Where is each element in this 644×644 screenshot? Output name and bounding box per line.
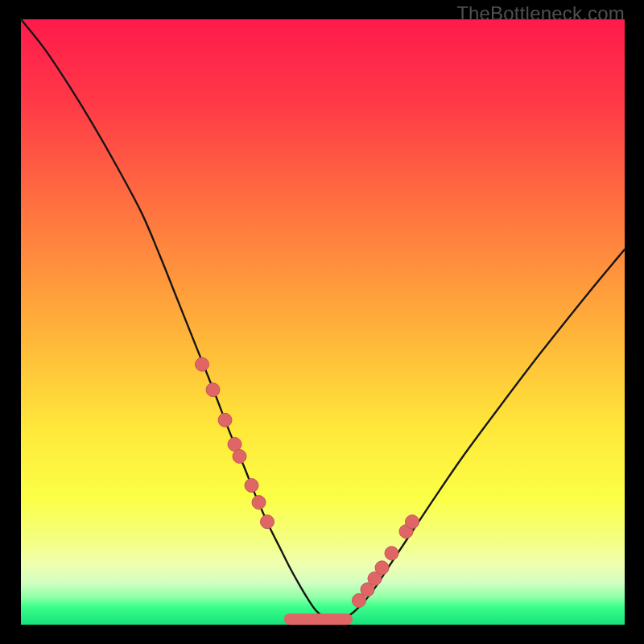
curve-marker (385, 547, 398, 560)
curve-layer (21, 19, 625, 625)
curve-marker (406, 515, 419, 529)
curve-marker (206, 383, 220, 397)
curve-marker (218, 413, 232, 427)
curve-marker (196, 357, 209, 371)
curve-marker (252, 496, 266, 510)
curve-marker (375, 561, 389, 575)
bottleneck-curve (21, 19, 625, 621)
plot-area (21, 19, 625, 625)
watermark-text: TheBottleneck.com (456, 2, 625, 25)
curve-marker (261, 515, 275, 529)
curve-marker (233, 449, 246, 463)
chart-frame: TheBottleneck.com (0, 0, 644, 644)
curve-marker (245, 479, 258, 493)
curve-marker (228, 437, 242, 451)
marker-group (196, 357, 419, 607)
